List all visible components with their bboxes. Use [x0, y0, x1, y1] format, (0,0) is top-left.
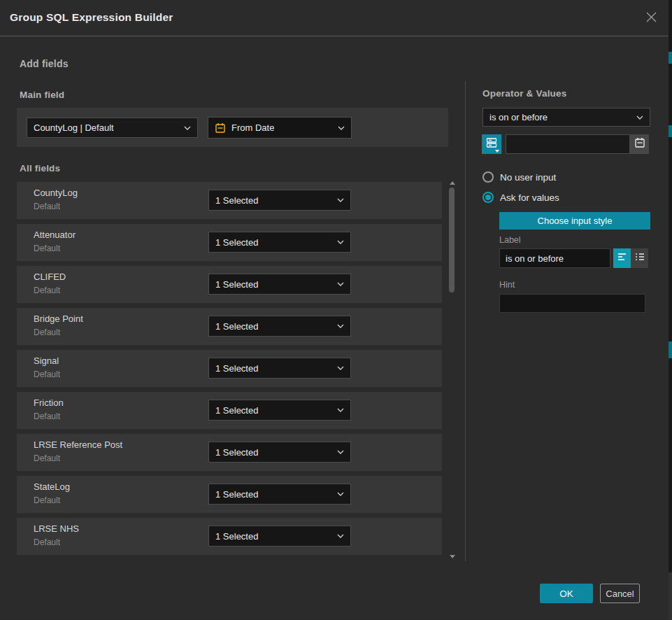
field-values-select[interactable]: 1 Selected — [208, 190, 351, 211]
radio-unselected-icon — [482, 171, 494, 183]
field-values-select-value: 1 Selected — [215, 279, 258, 290]
chevron-down-icon — [337, 240, 344, 244]
align-left-icon — [617, 252, 627, 265]
chevron-down-icon — [337, 408, 344, 412]
field-values-select-value: 1 Selected — [215, 237, 258, 248]
dialog: Group SQL Expression Builder Add fields … — [0, 0, 669, 620]
field-name: CountyLog — [34, 188, 78, 198]
field-row: LRSE Reference Post Default 1 Selected — [17, 434, 442, 471]
all-fields-heading: All fields — [20, 163, 60, 174]
bulleted-list-style-button[interactable] — [631, 248, 648, 268]
operator-select[interactable]: is on or before — [482, 108, 650, 127]
chevron-down-icon — [337, 282, 344, 286]
scroll-down-arrow-icon[interactable] — [450, 555, 455, 558]
calendar-icon — [634, 137, 645, 151]
field-source: Default — [34, 411, 60, 421]
label-input[interactable] — [499, 248, 610, 268]
field-values-select-value: 1 Selected — [215, 195, 258, 206]
field-values-select-value: 1 Selected — [215, 321, 258, 332]
chevron-down-icon — [337, 492, 344, 496]
field-row: Attenuator Default 1 Selected — [17, 224, 442, 261]
date-picker-button[interactable] — [630, 134, 649, 154]
field-source: Default — [34, 202, 60, 211]
align-left-style-button[interactable] — [613, 248, 631, 268]
panel-divider — [465, 81, 466, 561]
calendar-date-icon — [215, 122, 226, 134]
chevron-down-icon — [636, 115, 643, 120]
chevron-down-icon — [337, 366, 344, 370]
field-row: CLIFED Default 1 Selected — [17, 266, 442, 303]
field-name: StateLog — [34, 481, 70, 492]
cancel-button[interactable]: Cancel — [600, 584, 640, 603]
chevron-down-icon — [337, 198, 344, 202]
main-field-select[interactable]: From Date — [208, 117, 352, 139]
main-layer-select[interactable]: CountyLog | Default — [27, 118, 198, 138]
hint-input[interactable] — [499, 294, 645, 313]
field-values-select-value: 1 Selected — [215, 405, 258, 416]
field-source: Default — [34, 537, 60, 547]
field-values-select[interactable]: 1 Selected — [208, 232, 351, 253]
field-row: CountyLog Default 1 Selected — [17, 182, 442, 219]
operator-values-heading: Operator & Values — [482, 88, 566, 99]
field-row: Signal Default 1 Selected — [17, 350, 442, 387]
value-type-button[interactable] — [482, 134, 501, 154]
field-values-select[interactable]: 1 Selected — [208, 442, 351, 463]
field-source: Default — [34, 286, 60, 295]
field-values-select-value: 1 Selected — [215, 447, 258, 458]
field-values-select[interactable]: 1 Selected — [208, 526, 351, 547]
date-value-input[interactable] — [506, 134, 630, 154]
field-name: LRSE NHS — [34, 523, 79, 534]
field-name: Signal — [34, 355, 59, 366]
field-name: Attenuator — [34, 230, 76, 240]
radio-no-user-input[interactable]: No user input — [482, 171, 556, 183]
close-button[interactable] — [643, 10, 659, 27]
field-row: Friction Default 1 Selected — [17, 392, 442, 429]
ok-button[interactable]: OK — [540, 584, 593, 603]
chevron-down-icon — [184, 126, 191, 130]
hint-caption: Hint — [499, 280, 515, 290]
add-fields-heading: Add fields — [20, 58, 69, 69]
sliver-accent — [669, 341, 672, 358]
radio-ask-for-values-label: Ask for values — [500, 192, 559, 203]
field-row: Bridge Point Default 1 Selected — [17, 308, 442, 345]
main-field-heading: Main field — [20, 90, 64, 100]
field-values-select[interactable]: 1 Selected — [208, 358, 351, 379]
field-values-select[interactable]: 1 Selected — [208, 400, 351, 421]
scroll-up-arrow-icon[interactable] — [450, 181, 455, 185]
field-values-select-value: 1 Selected — [215, 489, 258, 500]
close-icon — [645, 11, 657, 26]
main-layer-select-value: CountyLog | Default — [34, 122, 114, 133]
field-row: LRSE NHS Default 1 Selected — [17, 518, 442, 555]
chevron-down-icon — [337, 450, 344, 454]
bulleted-list-icon — [635, 252, 645, 265]
field-values-select[interactable]: 1 Selected — [208, 316, 351, 337]
field-source: Default — [34, 327, 60, 337]
sliver-panel — [669, 572, 672, 620]
field-row: StateLog Default 1 Selected — [17, 476, 442, 513]
main-field-box: CountyLog | Default From Date — [17, 108, 448, 147]
radio-ask-for-values[interactable]: Ask for values — [482, 192, 559, 203]
field-name: Friction — [34, 397, 64, 408]
field-values-select-value: 1 Selected — [215, 363, 258, 374]
choose-input-style-button[interactable]: Choose input style — [499, 212, 650, 230]
main-field-select-value: From Date — [231, 122, 274, 133]
field-values-select[interactable]: 1 Selected — [208, 274, 351, 295]
group-sql-expression-builder: Group SQL Expression Builder Add fields … — [0, 0, 672, 620]
field-values-select[interactable]: 1 Selected — [208, 484, 351, 505]
chevron-down-icon — [338, 126, 345, 130]
sliver-accent — [669, 125, 672, 137]
list-scrollbar[interactable] — [448, 180, 455, 561]
field-source: Default — [34, 495, 60, 505]
field-source: Default — [34, 453, 60, 463]
field-name: CLIFED — [34, 272, 66, 282]
background-app-sliver — [669, 0, 672, 620]
radio-selected-icon — [482, 192, 494, 203]
dialog-title: Group SQL Expression Builder — [10, 11, 173, 24]
dialog-titlebar: Group SQL Expression Builder — [0, 0, 669, 36]
operator-select-value: is on or before — [489, 112, 548, 122]
caret-down-icon — [495, 150, 499, 153]
field-source: Default — [34, 244, 60, 253]
radio-no-user-input-label: No user input — [500, 172, 556, 183]
scrollbar-thumb[interactable] — [449, 188, 455, 293]
chevron-down-icon — [337, 324, 344, 328]
